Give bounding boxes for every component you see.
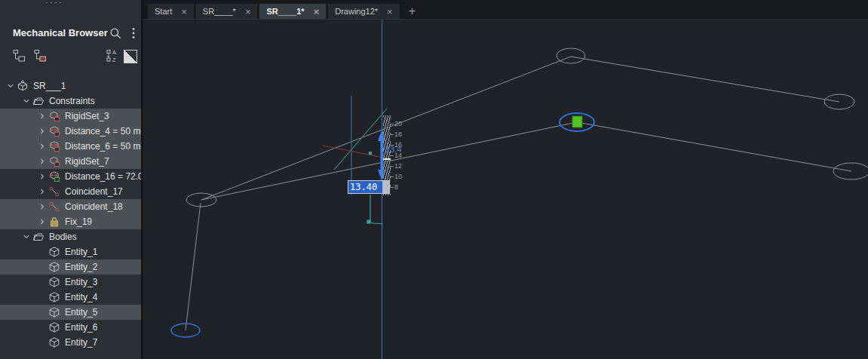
search-icon[interactable] [109, 26, 122, 40]
tab-sr[interactable]: SR____*× [196, 4, 258, 19]
tree-row-label: SR___1 [31, 81, 66, 91]
tree-row-distance-16-72-09-r[interactable]: Distance_16 = 72.09 r [0, 169, 141, 184]
tree-structure-icon[interactable] [12, 48, 27, 63]
tree-row-entity-4[interactable]: Entity_4 [0, 290, 141, 305]
close-icon[interactable]: × [181, 7, 187, 17]
tree-row-label: Entity_4 [63, 292, 97, 302]
close-icon[interactable]: × [387, 7, 393, 17]
distance-green-icon [48, 170, 63, 183]
ellipse-top[interactable] [557, 48, 585, 63]
entity-icon [48, 246, 63, 258]
chevron-right-icon[interactable] [35, 201, 48, 213]
tab-label: Drawing12* [335, 7, 378, 16]
chevron-spacer [35, 291, 48, 303]
wireframe-line[interactable] [577, 122, 851, 171]
tree-row-sr-1[interactable]: SR___1 [0, 78, 141, 94]
chevron-right-icon[interactable] [35, 170, 48, 183]
chevron-spacer [35, 336, 48, 348]
tree-structure-filled-icon[interactable] [33, 48, 48, 63]
tab-label: SR____* [203, 7, 236, 16]
tree-row-coincident-18[interactable]: Coincident_18 [0, 199, 141, 214]
svg-text:A: A [112, 49, 116, 56]
tree-row-fix-19[interactable]: Fix_19 [0, 214, 141, 229]
chevron-right-icon[interactable] [35, 186, 48, 198]
tree-row-entity-1[interactable]: Entity_1 [0, 244, 141, 259]
contrast-square-icon[interactable] [124, 50, 137, 63]
close-icon[interactable]: × [245, 7, 251, 17]
tree-row-label: Entity_7 [63, 337, 97, 348]
ruler-label: 18 [394, 131, 402, 138]
coincident-icon [48, 186, 63, 198]
sort-alphabetical-icon[interactable]: AZ [105, 48, 120, 63]
folder-icon [32, 95, 47, 107]
chevron-down-icon[interactable] [4, 80, 17, 92]
dimension-cursor-label: 13.4 [385, 145, 401, 154]
chevron-right-icon[interactable] [35, 125, 48, 137]
browser-tree: SR___1ConstraintsRigidSet_3Distance_4 = … [0, 78, 141, 350]
tree-row-rigidset-7[interactable]: RigidSet_7 [0, 154, 141, 169]
chevron-right-icon[interactable] [35, 216, 48, 228]
entity-icon [48, 276, 63, 288]
tree-row-label: Distance_16 = 72.09 r [63, 171, 141, 182]
tree-row-label: Fix_19 [63, 216, 92, 227]
tree-row-entity-3[interactable]: Entity_3 [0, 275, 141, 290]
tree-row-entity-7[interactable]: Entity_7 [0, 335, 141, 350]
tree-row-entity-6[interactable]: Entity_6 [0, 320, 141, 335]
chevron-spacer [35, 321, 48, 333]
entity-icon [48, 306, 63, 318]
tree-row-label: Entity_1 [63, 247, 97, 257]
kebab-menu-icon[interactable] [127, 26, 141, 40]
endpoint-marker [367, 220, 371, 224]
new-tab-button[interactable]: + [402, 4, 422, 19]
chevron-spacer [35, 246, 48, 258]
tree-row-rigidset-3[interactable]: RigidSet_3 [0, 109, 141, 124]
dimension-input[interactable]: 13.40 [348, 180, 390, 194]
panel-drag-handle[interactable]: ···· [45, 0, 63, 8]
chevron-spacer [35, 306, 48, 318]
mechanical-browser-panel: ···· Mechanical Browser AZ SR___1Constra… [0, 0, 143, 359]
chevron-down-icon[interactable] [20, 231, 32, 243]
rigidset-icon [48, 155, 63, 167]
folder-icon [32, 231, 47, 243]
tree-row-label: Coincident_17 [63, 186, 123, 197]
tab-label: Start [155, 7, 172, 16]
tree-row-distance-6-50-mm[interactable]: Distance_6 = 50 mm [0, 139, 141, 154]
distance-red-icon [48, 140, 63, 152]
entity-icon [48, 261, 63, 273]
tree-row-bodies[interactable]: Bodies [0, 229, 141, 244]
tab-sr-1[interactable]: SR____1*× [259, 4, 326, 19]
chevron-right-icon[interactable] [35, 155, 48, 167]
panel-title: Mechanical Browser [13, 27, 108, 38]
tree-row-label: Bodies [47, 232, 77, 242]
tree-row-label: Coincident_18 [63, 201, 123, 212]
grip-point[interactable] [572, 116, 582, 127]
close-icon[interactable]: × [314, 7, 320, 17]
ruler-label: 10 [394, 173, 402, 180]
bricscad-window: ···· Mechanical Browser AZ SR___1Constra… [0, 0, 868, 359]
wireframe-geometry[interactable] [143, 20, 868, 359]
tab-drawing12[interactable]: Drawing12*× [328, 4, 399, 19]
ruler-label: 8 [394, 184, 398, 191]
svg-text:Z: Z [112, 57, 116, 63]
tree-row-label: Distance_6 = 50 mm [63, 141, 141, 152]
chevron-spacer [35, 276, 48, 288]
tab-start[interactable]: Start× [148, 4, 194, 19]
model-viewport[interactable]: 2018161412108 13.4 13.40 [143, 19, 868, 359]
tree-row-distance-4-50-mm[interactable]: Distance_4 = 50 mm [0, 124, 141, 139]
tree-row-entity-2[interactable]: Entity_2 [0, 259, 141, 275]
wireframe-line[interactable] [186, 203, 201, 330]
tree-row-coincident-17[interactable]: Coincident_17 [0, 184, 141, 199]
tree-row-label: Constraints [47, 96, 95, 106]
fix-icon [48, 216, 63, 228]
tree-row-constraints[interactable]: Constraints [0, 94, 141, 109]
chevron-down-icon[interactable] [20, 95, 32, 107]
tree-row-entity-5[interactable]: Entity_5 [0, 305, 141, 320]
chevron-spacer [35, 261, 48, 273]
chevron-right-icon[interactable] [35, 140, 48, 152]
tree-row-label: Distance_4 = 50 mm [63, 126, 141, 137]
entity-icon [48, 291, 63, 303]
wireframe-line[interactable] [571, 57, 839, 102]
tree-row-label: Entity_5 [63, 307, 97, 318]
chevron-right-icon[interactable] [35, 110, 48, 122]
dimension-input-value[interactable]: 13.40 [348, 181, 382, 193]
